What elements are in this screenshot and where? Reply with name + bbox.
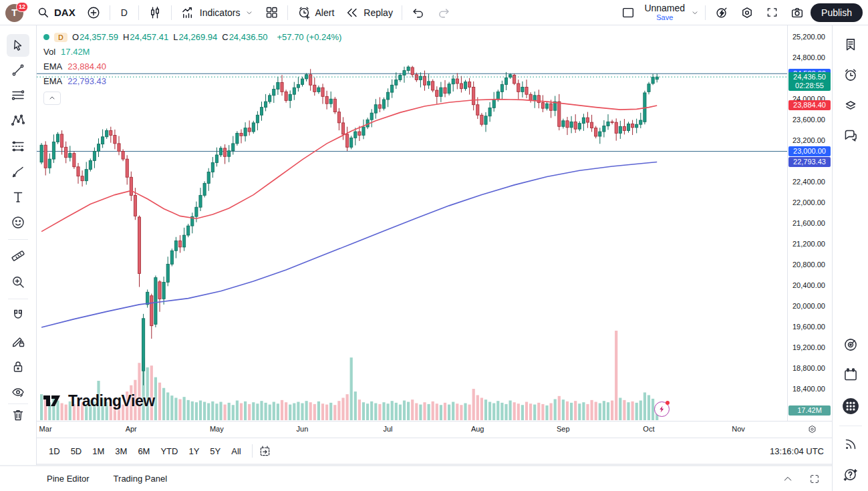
chat-button[interactable] [840, 125, 861, 146]
magnet-icon [10, 307, 26, 323]
range-button-6m[interactable]: 6M [132, 444, 155, 459]
hotlists-button[interactable] [840, 334, 861, 355]
go-to-date-button[interactable] [258, 444, 272, 458]
fib-retracement-tool-button[interactable] [7, 135, 29, 158]
save-link[interactable]: Save [656, 13, 673, 21]
apps-grid-button[interactable] [840, 395, 861, 417]
publish-button[interactable]: Publish [811, 3, 863, 22]
price-tick: 20,800.00 [792, 261, 825, 269]
settings-button[interactable] [735, 3, 759, 23]
chevron-down-icon [245, 8, 254, 17]
panel-expand-chevron-icon[interactable] [782, 474, 793, 484]
range-button-1m[interactable]: 1M [87, 444, 110, 459]
layout-chevron[interactable] [689, 5, 701, 20]
timeframe-badge: D [54, 33, 67, 42]
broadcast-button[interactable] [840, 434, 861, 455]
price-badge-value: 23,884.40 [788, 101, 831, 110]
alert-button[interactable]: Alert [292, 3, 339, 23]
layout-select-button[interactable] [616, 3, 640, 23]
ema-slow-line[interactable] [41, 162, 657, 327]
panel-maximize-icon[interactable] [809, 474, 820, 484]
divider [252, 444, 253, 458]
price-tick: 19,200.00 [792, 343, 825, 351]
lock-all-tool-button[interactable] [7, 355, 29, 378]
legend-collapse-button[interactable] [43, 92, 61, 105]
apps-grid-icon [842, 397, 859, 415]
range-button-1d[interactable]: 1D [43, 444, 65, 459]
divider [110, 5, 110, 20]
quick-actions-button[interactable] [710, 3, 734, 23]
chart-pane[interactable]: D O24,357.59H24,457.41L24,269.94C24,436.… [37, 25, 787, 421]
xabcd-pattern-tool-button[interactable] [7, 109, 29, 132]
drawing-lock-tool-button[interactable] [7, 330, 29, 353]
trend-line-tool-button[interactable] [7, 59, 29, 81]
ema-fast-value: 23,884.40 [67, 61, 106, 71]
calendar-button[interactable] [840, 364, 861, 385]
emoji-icon [10, 214, 26, 230]
ohlc-value: 24,357.59 [80, 32, 118, 42]
price-badge: 23,884.40 [788, 100, 831, 110]
indicators-label: Indicators [200, 7, 241, 18]
trend-line-icon [10, 62, 26, 78]
price-axis[interactable]: 25,200.0024,800.0024,400.0024,000.0023,6… [787, 25, 832, 421]
chart-type-button[interactable] [143, 3, 167, 23]
object-tree-button[interactable] [840, 95, 861, 116]
layout-name-save[interactable]: Unnamed Save [641, 3, 688, 22]
tab-pine-editor[interactable]: Pine Editor [47, 474, 90, 484]
compare-add-button[interactable] [82, 3, 106, 23]
price-tick: 20,000.00 [792, 302, 825, 310]
divider [402, 5, 402, 20]
ohlc-label: O [72, 32, 79, 42]
range-button-ytd[interactable]: YTD [155, 444, 183, 459]
range-button-5y[interactable]: 5Y [204, 444, 226, 459]
symbol-name: DAX [54, 7, 76, 18]
ruler-tool-button[interactable] [7, 244, 29, 267]
alert-label: Alert [315, 7, 335, 18]
redo-button[interactable] [432, 3, 456, 23]
undo-button[interactable] [406, 3, 430, 23]
help-button[interactable] [840, 464, 861, 485]
ema-slow-value: 22,793.43 [67, 76, 106, 86]
clock-utc[interactable]: 13:16:04 UTC [770, 446, 825, 456]
price-tick: 21,200.00 [792, 240, 825, 248]
volume-label: Vol [43, 47, 55, 57]
magnet-tool-button[interactable] [7, 304, 29, 327]
axis-settings-gear-icon[interactable] [807, 424, 818, 435]
divider [705, 5, 706, 20]
ema-slow-row: EMA 22,793.43 [43, 76, 346, 86]
snapshot-button[interactable] [785, 3, 809, 23]
range-button-1y[interactable]: 1Y [183, 444, 204, 459]
brush-tool-button[interactable] [7, 160, 29, 183]
fullscreen-button[interactable] [760, 3, 784, 22]
hide-all-tool-button[interactable] [7, 381, 29, 403]
range-button-3m[interactable]: 3M [110, 444, 132, 459]
range-button-5d[interactable]: 5D [65, 444, 88, 459]
time-axis[interactable]: MarAprMayJunJulAugSepOctNov [37, 421, 832, 438]
emoji-tool-button[interactable] [7, 211, 29, 234]
zoom-in-tool-button[interactable] [7, 271, 29, 293]
user-menu[interactable]: T 12 [5, 3, 27, 23]
watchlist-button[interactable] [840, 34, 861, 55]
text-tool-button[interactable] [7, 186, 29, 208]
price-badge: 22,793.43 [788, 157, 831, 167]
alerts-clock-icon [842, 66, 859, 84]
layout-templates-button[interactable] [260, 3, 283, 22]
indicators-button[interactable]: Indicators [176, 2, 259, 23]
legend-main-row: D O24,357.59H24,457.41L24,269.94C24,436.… [43, 32, 346, 42]
tab-trading-panel[interactable]: Trading Panel [114, 474, 167, 484]
replay-button[interactable]: Replay [340, 3, 398, 23]
symbol-search-button[interactable]: DAX [32, 3, 80, 21]
ruler-icon [10, 248, 26, 264]
hide-all-icon [10, 384, 26, 400]
range-button-all[interactable]: All [226, 444, 246, 459]
go-to-realtime-button[interactable] [654, 401, 670, 417]
time-tick: Aug [471, 425, 484, 433]
candles-icon [148, 5, 162, 20]
timeframe-button[interactable]: D [114, 5, 134, 21]
cursor-tool-button[interactable] [7, 34, 29, 57]
alerts-clock-button[interactable] [840, 64, 861, 86]
price-badge-value: 23,000.00 [788, 147, 831, 156]
divider [138, 5, 139, 20]
trash-tool-button[interactable] [7, 403, 29, 426]
horizontal-line-tool-button[interactable] [7, 84, 29, 106]
